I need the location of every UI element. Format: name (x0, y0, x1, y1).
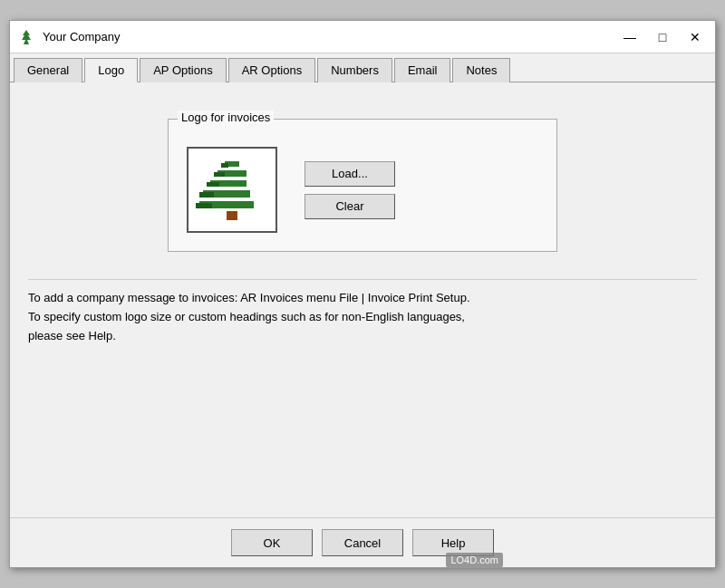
clear-button[interactable]: Clear (304, 194, 395, 219)
svg-rect-8 (199, 192, 214, 198)
main-window: Your Company — □ ✕ General Logo AP Optio… (9, 20, 716, 568)
app-icon (17, 28, 35, 46)
minimize-button[interactable]: — (617, 27, 643, 47)
tab-content: Logo for invoices (10, 82, 715, 517)
tab-general[interactable]: General (14, 58, 82, 82)
info-line-3: please see Help. (28, 327, 697, 346)
svg-rect-4 (214, 172, 225, 177)
tab-numbers[interactable]: Numbers (317, 58, 392, 82)
logo-image (196, 154, 268, 227)
bottom-bar: OK Cancel Help LO4D.com (10, 517, 715, 567)
load-button[interactable]: Load... (304, 161, 395, 187)
tab-email[interactable]: Email (394, 58, 451, 82)
watermark: LO4D.com (446, 553, 503, 567)
close-button[interactable]: ✕ (682, 27, 708, 47)
window-controls: — □ ✕ (617, 27, 708, 47)
svg-rect-10 (196, 203, 212, 208)
logo-content: Load... Clear (187, 147, 538, 233)
logo-buttons: Load... Clear (304, 161, 395, 219)
logo-for-invoices-panel: Logo for invoices (168, 119, 557, 252)
info-line-1: To add a company message to invoices: AR… (28, 289, 697, 308)
svg-rect-6 (207, 182, 219, 187)
tab-ar-options[interactable]: AR Options (228, 58, 315, 82)
cancel-button[interactable]: Cancel (322, 529, 403, 556)
info-line-2: To specify custom logo size or custom he… (28, 308, 697, 327)
tab-notes[interactable]: Notes (452, 58, 510, 82)
tab-bar: General Logo AP Options AR Options Numbe… (10, 53, 715, 82)
tab-ap-options[interactable]: AP Options (140, 58, 227, 82)
maximize-button[interactable]: □ (650, 27, 675, 47)
tab-logo[interactable]: Logo (84, 58, 138, 82)
info-text: To add a company message to invoices: AR… (28, 279, 697, 354)
title-bar: Your Company — □ ✕ (10, 21, 715, 53)
window-title: Your Company (43, 30, 617, 43)
logo-section-title: Logo for invoices (178, 111, 274, 124)
svg-marker-0 (22, 30, 31, 44)
ok-button[interactable]: OK (231, 529, 313, 556)
svg-rect-11 (227, 211, 237, 220)
logo-preview (187, 147, 277, 233)
svg-rect-2 (221, 163, 228, 168)
